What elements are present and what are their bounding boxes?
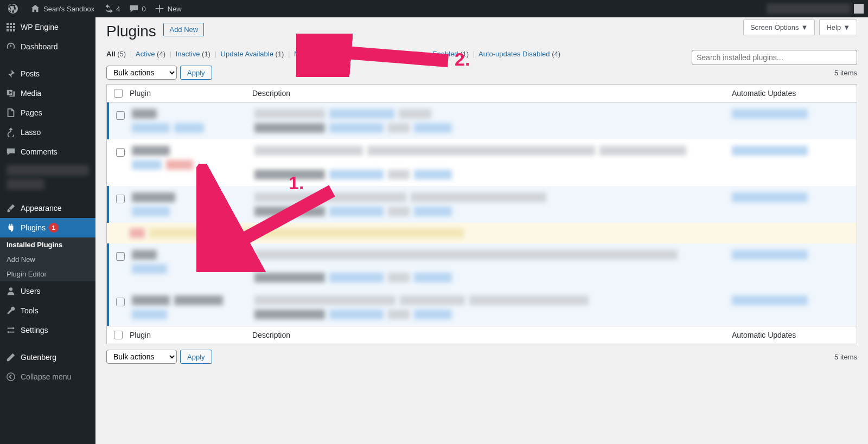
- sidebar-item-label: Pages: [21, 108, 42, 117]
- sidebar-sub-add-new[interactable]: Add New: [0, 252, 95, 267]
- col-auto-updates[interactable]: Automatic Updates: [732, 89, 857, 98]
- bulk-actions-bottom: Bulk actions Apply 5 items: [106, 350, 857, 364]
- svg-rect-0: [7, 23, 9, 25]
- filter-all[interactable]: All: [106, 50, 116, 58]
- sidebar-sub-plugin-editor[interactable]: Plugin Editor: [0, 267, 95, 281]
- sidebar-item-label: Lasso: [21, 128, 41, 137]
- plugins-badge: 1: [49, 223, 59, 233]
- home-icon: [30, 4, 40, 14]
- filter-dropin[interactable]: Drop-in: [345, 50, 368, 58]
- top-corner-buttons: Screen Options ▼ Help ▼: [743, 20, 857, 35]
- avatar[interactable]: [854, 4, 864, 14]
- table-row: [107, 139, 857, 186]
- wp-logo[interactable]: [3, 0, 26, 17]
- col-plugin[interactable]: Plugin: [130, 89, 252, 98]
- add-new-button[interactable]: Add New: [163, 23, 204, 36]
- col-plugin[interactable]: Plugin: [130, 331, 252, 339]
- update-notice-row: [107, 223, 857, 243]
- apply-button-bottom[interactable]: Apply: [180, 350, 212, 364]
- sidebar-item-pages[interactable]: Pages: [0, 103, 95, 123]
- svg-rect-1: [10, 23, 12, 25]
- sidebar-item-media[interactable]: Media: [0, 83, 95, 103]
- svg-point-14: [7, 373, 15, 381]
- table-row: [107, 289, 857, 326]
- row-checkbox[interactable]: [116, 195, 125, 203]
- sidebar-item-label: Posts: [21, 69, 40, 78]
- svg-rect-10: [8, 328, 12, 329]
- main-content: Screen Options ▼ Help ▼ Plugins Add New …: [95, 17, 868, 444]
- settings-icon: [5, 325, 16, 336]
- svg-rect-8: [13, 29, 15, 31]
- chevron-down-icon: ▼: [843, 23, 850, 31]
- filter-inactive[interactable]: Inactive: [176, 50, 200, 58]
- bulk-actions-top: Bulk actions Apply 5 items: [106, 66, 857, 80]
- admin-bar: Sean's Sandbox 4 0 New: [0, 0, 868, 17]
- items-count: 5 items: [834, 69, 857, 77]
- sidebar-item-tools[interactable]: Tools: [0, 301, 95, 320]
- items-count-bottom: 5 items: [834, 353, 857, 361]
- site-name-label: Sean's Sandbox: [43, 5, 94, 13]
- updates-item[interactable]: 4: [99, 0, 124, 17]
- site-name[interactable]: Sean's Sandbox: [26, 0, 99, 17]
- screen-options-button[interactable]: Screen Options ▼: [743, 20, 815, 35]
- select-all-checkbox[interactable]: [114, 89, 123, 98]
- sidebar-item-posts[interactable]: Posts: [0, 64, 95, 83]
- search-input[interactable]: [692, 50, 857, 65]
- brush-icon: [5, 203, 16, 214]
- sidebar-item-label: Media: [21, 89, 41, 98]
- svg-rect-3: [7, 26, 9, 28]
- wpengine-icon: [5, 22, 16, 33]
- comments-item[interactable]: 0: [125, 0, 150, 17]
- user-block-blurred: [767, 3, 851, 14]
- col-description[interactable]: Description: [252, 331, 732, 339]
- sidebar-item-label: Collapse menu: [21, 372, 71, 381]
- row-checkbox[interactable]: [116, 111, 125, 120]
- comment-icon: [5, 146, 16, 157]
- wrench-icon: [5, 305, 16, 316]
- table-footer: Plugin Description Automatic Updates: [107, 326, 857, 344]
- new-label: New: [168, 5, 182, 13]
- chevron-left-icon: [5, 371, 16, 382]
- filter-auto-on[interactable]: Auto-updates Enabled: [388, 50, 458, 58]
- select-all-checkbox-bottom[interactable]: [114, 331, 123, 339]
- lasso-icon: [5, 127, 16, 138]
- sidebar-item-settings[interactable]: Settings: [0, 320, 95, 340]
- col-description[interactable]: Description: [252, 89, 732, 98]
- new-item[interactable]: New: [150, 0, 186, 17]
- plugins-table: Plugin Description Automatic Updates: [106, 84, 857, 344]
- svg-rect-2: [13, 23, 15, 25]
- filter-update[interactable]: Update Available: [221, 50, 273, 58]
- sidebar-item-users[interactable]: Users: [0, 281, 95, 301]
- help-button[interactable]: Help ▼: [819, 20, 857, 35]
- sidebar-item-dashboard[interactable]: Dashboard: [0, 37, 95, 56]
- sidebar-item-plugins[interactable]: Plugins 1: [0, 218, 95, 237]
- sidebar-item-lasso[interactable]: Lasso: [0, 123, 95, 142]
- sidebar-item-label: Comments: [21, 147, 58, 156]
- page-icon: [5, 107, 16, 118]
- wordpress-icon: [8, 3, 18, 14]
- bulk-actions-select[interactable]: Bulk actions: [106, 66, 177, 80]
- row-checkbox[interactable]: [116, 148, 125, 157]
- refresh-icon: [103, 4, 113, 14]
- row-checkbox[interactable]: [116, 252, 125, 261]
- sidebar-item-label: Tools: [21, 306, 39, 315]
- sidebar-sub-installed-plugins[interactable]: Installed Plugins: [0, 237, 95, 252]
- filter-mustuse[interactable]: Must-Use: [294, 50, 324, 58]
- comment-icon: [129, 4, 139, 14]
- col-auto-updates[interactable]: Automatic Updates: [732, 331, 857, 339]
- sidebar-item-label: Dashboard: [21, 42, 58, 51]
- svg-point-11: [12, 327, 15, 330]
- sidebar-item-gutenberg[interactable]: Gutenberg: [0, 348, 95, 367]
- svg-point-13: [8, 331, 10, 333]
- bulk-actions-select-bottom[interactable]: Bulk actions: [106, 350, 177, 364]
- row-checkbox[interactable]: [116, 298, 125, 306]
- sidebar-item-blurred: [7, 179, 44, 190]
- filter-active[interactable]: Active: [136, 50, 155, 58]
- page-title: Plugins: [106, 23, 156, 40]
- sidebar-item-appearance[interactable]: Appearance: [0, 198, 95, 218]
- sidebar-item-wpengine[interactable]: WP Engine: [0, 17, 95, 37]
- filter-auto-off[interactable]: Auto-updates Disabled: [478, 50, 550, 58]
- apply-button[interactable]: Apply: [180, 66, 212, 80]
- sidebar-item-collapse[interactable]: Collapse menu: [0, 367, 95, 387]
- sidebar-item-comments[interactable]: Comments: [0, 142, 95, 162]
